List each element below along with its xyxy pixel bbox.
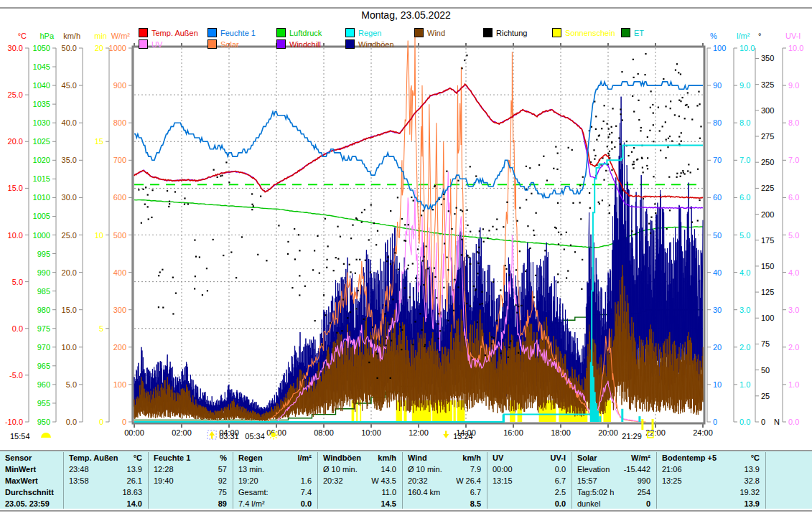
wind-direction-dot bbox=[479, 303, 480, 305]
table-col-bodentemp-5: Bodentemp +5°C21:0613.913:2532.819.3213.… bbox=[656, 452, 765, 509]
wind-direction-dot bbox=[421, 329, 423, 331]
legend-item-feuchte-1: Feuchte 1 bbox=[207, 26, 256, 35]
wind-direction-dot bbox=[470, 166, 471, 167]
table-col-unit: km/h bbox=[462, 452, 481, 463]
wind-direction-dot bbox=[356, 259, 358, 260]
legend-item-uv: UV bbox=[139, 37, 162, 47]
wind-direction-dot bbox=[633, 110, 635, 112]
wind-direction-dot bbox=[594, 155, 596, 156]
wind-direction-dot bbox=[632, 164, 633, 165]
astro-time-label: 13:24 bbox=[453, 432, 473, 441]
x-axis-label: 10:00 bbox=[361, 428, 381, 437]
wind-direction-dot bbox=[314, 250, 315, 251]
axis-tick-label: 40 bbox=[713, 268, 722, 277]
table-header-row: Temp. Außen°C bbox=[64, 452, 148, 463]
x-axis-label: 08:00 bbox=[314, 428, 334, 437]
wind-direction-dot bbox=[299, 250, 300, 251]
axis-tick-label: 10.0 bbox=[62, 343, 77, 352]
wind-direction-dot bbox=[335, 257, 337, 258]
wind-direction-dot bbox=[241, 236, 243, 237]
wind-direction-dot bbox=[515, 304, 517, 306]
table-row: Elevation-15.442 bbox=[572, 463, 656, 475]
wind-direction-dot bbox=[525, 270, 526, 272]
wind-direction-dot bbox=[148, 218, 149, 220]
wind-direction-dot bbox=[376, 377, 378, 379]
axis-tick-label: 60 bbox=[713, 193, 722, 202]
x-axis-label: 12:00 bbox=[409, 428, 429, 437]
wind-direction-dot bbox=[466, 303, 467, 304]
legend-color-swatch bbox=[345, 39, 355, 49]
table-row: Tag:5:02 h254 bbox=[572, 486, 656, 498]
wind-direction-dot bbox=[251, 209, 253, 210]
wind-direction-dot bbox=[470, 231, 471, 232]
wind-direction-dot bbox=[453, 310, 454, 311]
axis-tick-label: 225 bbox=[761, 184, 774, 192]
wind-direction-dot bbox=[697, 220, 699, 221]
table-cell-value: 0.0 bbox=[555, 463, 566, 475]
wind-direction-dot bbox=[602, 199, 603, 201]
axis-tick-label: 980 bbox=[37, 306, 50, 314]
wind-direction-dot bbox=[626, 141, 627, 142]
moon-icon bbox=[41, 433, 51, 438]
legend-color-swatch bbox=[552, 28, 561, 37]
wind-direction-dot bbox=[141, 222, 142, 224]
axis-unit-label: °C bbox=[18, 32, 27, 40]
table-header-row: Windböenkm/h bbox=[318, 452, 402, 463]
axis-tick-label: 200 bbox=[761, 210, 774, 219]
table-col-name: Solar bbox=[577, 452, 597, 463]
wind-direction-dot bbox=[172, 313, 174, 314]
wind-direction-dot bbox=[436, 297, 437, 298]
wind-direction-dot bbox=[217, 177, 218, 178]
wind-direction-dot bbox=[662, 126, 663, 127]
wind-direction-dot bbox=[627, 155, 629, 156]
table-cell-value: 11.0 bbox=[381, 486, 396, 498]
astro-corner-label: 15:54 bbox=[10, 432, 30, 441]
wind-direction-dot bbox=[213, 169, 215, 171]
table-col-name: UV bbox=[493, 452, 503, 463]
legend-item-regen: Regen bbox=[345, 26, 381, 35]
table-row: 89 bbox=[149, 498, 233, 509]
axis-tick-label: 960 bbox=[37, 380, 50, 389]
wind-direction-dot bbox=[390, 377, 391, 379]
legend-label: UV bbox=[151, 40, 162, 49]
axis-tick-label: 25.0 bbox=[8, 90, 23, 99]
wind-direction-dot bbox=[698, 91, 699, 93]
axis-tick-label: 350 bbox=[761, 54, 774, 62]
wind-direction-dot bbox=[582, 259, 583, 260]
wind-direction-dot bbox=[491, 336, 493, 338]
axis-tick-label: 100 bbox=[713, 44, 726, 52]
x-axis-label: 16:00 bbox=[503, 428, 523, 437]
wind-direction-dot bbox=[299, 275, 300, 276]
wind-direction-dot bbox=[454, 213, 455, 215]
wind-direction-dot bbox=[496, 320, 498, 321]
wind-direction-dot bbox=[594, 159, 595, 160]
wind-direction-dot bbox=[607, 153, 609, 154]
wind-direction-dot bbox=[144, 204, 146, 205]
table-col-name: Wind bbox=[408, 452, 427, 463]
wind-direction-dot bbox=[477, 321, 478, 323]
astro-time-label: 03:31 bbox=[219, 432, 239, 441]
wind-direction-dot bbox=[571, 149, 573, 151]
sun-icon bbox=[269, 430, 278, 439]
wind-direction-dot bbox=[503, 226, 504, 227]
wind-direction-dot bbox=[618, 137, 620, 138]
wind-direction-dot bbox=[434, 276, 436, 278]
wind-direction-dot bbox=[386, 338, 387, 339]
table-row: 19.32 bbox=[657, 486, 765, 498]
table-row: 8.5 bbox=[403, 498, 487, 509]
table-header-row: Feuchte 1% bbox=[149, 452, 233, 463]
wind-direction-dot bbox=[481, 291, 482, 293]
table-row: 13.9 bbox=[657, 498, 765, 509]
wind-direction-dot bbox=[220, 175, 221, 177]
table-col-name: Regen bbox=[238, 452, 263, 463]
wind-direction-dot bbox=[456, 207, 457, 209]
wind-direction-dot bbox=[496, 218, 498, 220]
table-col-solar: SolarW/m²Elevation-15.44215:57990Tag:5:0… bbox=[571, 452, 656, 509]
axis-tick-label: -10.0 bbox=[5, 418, 23, 426]
wind-direction-dot bbox=[620, 143, 621, 145]
axis-tick-label: 1045 bbox=[33, 62, 50, 71]
wind-direction-dot bbox=[678, 72, 679, 73]
wind-direction-dot bbox=[169, 201, 170, 202]
table-cell-time: 20:32 bbox=[408, 475, 428, 486]
axis-tick-label: 1010 bbox=[33, 193, 50, 202]
